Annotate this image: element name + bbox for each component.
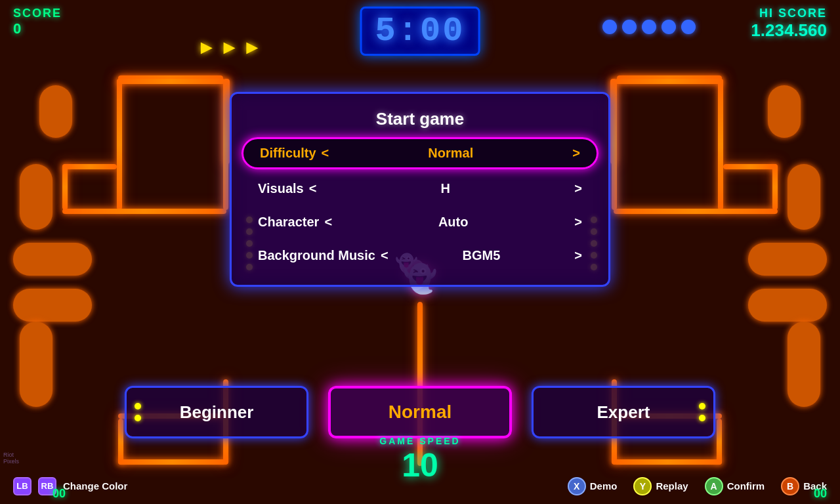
- expert-label: Expert: [597, 402, 650, 423]
- capsule: [39, 85, 72, 138]
- riot-pixels-logo: RiotPixels: [3, 452, 19, 465]
- capsule: [20, 322, 52, 407]
- demo-label: Demo: [590, 480, 618, 492]
- pill-dots-right: [699, 403, 705, 421]
- bgm-row[interactable]: Background Music < BGM5 >: [242, 242, 598, 270]
- bgm-value: BGM5: [463, 248, 501, 263]
- capsule: [788, 164, 820, 230]
- character-value: Auto: [438, 215, 469, 230]
- maze-line: [614, 459, 722, 465]
- bgm-left: Background Music <: [258, 248, 388, 263]
- pill-dots-left: [135, 403, 141, 421]
- score-value: 0: [13, 20, 21, 37]
- game-speed-label: GAME SPEED: [379, 436, 460, 446]
- expert-button[interactable]: Expert: [532, 386, 715, 438]
- menu-start-label[interactable]: Start game: [242, 104, 598, 137]
- bottom-controls: LB RB Change Color X Demo Y Replay A Con…: [0, 468, 840, 504]
- left-controls: LB RB Change Color: [13, 477, 127, 495]
- difficulty-selection: Beginner Normal Expert: [125, 386, 715, 438]
- capsule: [788, 322, 820, 407]
- maze-line: [117, 79, 122, 210]
- visuals-arrow-right[interactable]: >: [574, 181, 582, 196]
- capsule: [13, 289, 92, 322]
- normal-label: Normal: [388, 402, 452, 423]
- maze-line: [117, 79, 225, 84]
- maze-line: [62, 164, 68, 210]
- maze-line: [718, 79, 723, 210]
- life-dot: [642, 20, 656, 34]
- difficulty-arrow-right[interactable]: >: [572, 146, 580, 161]
- timer-container: 5:00: [360, 7, 480, 56]
- life-dot: [602, 20, 617, 34]
- life-dot: [662, 20, 676, 34]
- visuals-row[interactable]: Visuals < H >: [242, 175, 598, 203]
- hi-score-label: HI SCORE: [759, 7, 827, 20]
- difficulty-left: Difficulty <: [260, 146, 329, 161]
- maze-line: [62, 164, 117, 169]
- character-row[interactable]: Character < Auto >: [242, 208, 598, 236]
- character-arrow-right[interactable]: >: [574, 215, 582, 230]
- timer-box: 5:00: [360, 7, 480, 56]
- x-button-group: X Demo: [568, 477, 618, 495]
- maze-line: [717, 419, 722, 465]
- score-section: SCORE 0: [13, 7, 62, 37]
- timer-text: 5:00: [375, 12, 465, 51]
- hi-score-value: 1.234.560: [751, 20, 827, 41]
- maze-line: [62, 209, 226, 214]
- capsule: [20, 164, 52, 230]
- character-left: Character <: [258, 215, 332, 230]
- pacman-tokens: ► ► ►: [197, 36, 262, 58]
- lives-display: [602, 20, 696, 34]
- maze-line: [612, 79, 617, 210]
- a-button-group: A Confirm: [705, 477, 765, 495]
- maze-line: [118, 419, 123, 465]
- difficulty-value: Normal: [428, 146, 473, 161]
- confirm-label: Confirm: [727, 480, 765, 492]
- y-button[interactable]: Y: [633, 477, 652, 495]
- replay-label: Replay: [656, 480, 688, 492]
- capsule: [13, 243, 92, 276]
- bottom-score-right: 00: [814, 487, 827, 501]
- lb-button[interactable]: LB: [13, 477, 32, 495]
- character-arrow-left[interactable]: <: [324, 215, 332, 230]
- capsule: [748, 243, 827, 276]
- a-button[interactable]: A: [705, 477, 723, 495]
- maze-line: [614, 209, 778, 214]
- bottom-score-left: 00: [52, 487, 66, 501]
- capsule: [748, 289, 827, 322]
- bgm-arrow-left[interactable]: <: [381, 248, 388, 263]
- b-button[interactable]: B: [781, 477, 799, 495]
- difficulty-arrow-left[interactable]: <: [322, 146, 329, 161]
- bgm-arrow-right[interactable]: >: [574, 248, 582, 263]
- life-dot: [681, 20, 696, 34]
- visuals-arrow-left[interactable]: <: [309, 181, 317, 196]
- character-label: Character: [258, 215, 319, 230]
- change-color-label: Change Color: [63, 480, 127, 492]
- maze-line: [118, 459, 226, 465]
- maze-line: [223, 79, 228, 210]
- bgm-label: Background Music: [258, 248, 375, 263]
- hi-score-section: HI SCORE 1.234.560: [751, 7, 827, 41]
- normal-button[interactable]: Normal: [328, 386, 512, 438]
- menu-panel: Start game Difficulty < Normal > Visuals…: [230, 92, 610, 287]
- maze-line: [772, 164, 778, 210]
- capsule: [768, 85, 801, 138]
- visuals-left: Visuals <: [258, 181, 316, 196]
- beginner-button[interactable]: Beginner: [125, 386, 308, 438]
- right-controls: X Demo Y Replay A Confirm B Back: [568, 477, 827, 495]
- score-label: SCORE: [13, 7, 62, 20]
- difficulty-label: Difficulty: [260, 146, 316, 161]
- difficulty-row[interactable]: Difficulty < Normal >: [242, 137, 598, 169]
- beginner-label: Beginner: [180, 402, 254, 423]
- maze-line: [723, 164, 778, 169]
- x-button[interactable]: X: [568, 477, 586, 495]
- visuals-label: Visuals: [258, 181, 304, 196]
- maze-line: [615, 79, 723, 84]
- life-dot: [622, 20, 637, 34]
- visuals-value: H: [441, 181, 450, 196]
- y-button-group: Y Replay: [633, 477, 688, 495]
